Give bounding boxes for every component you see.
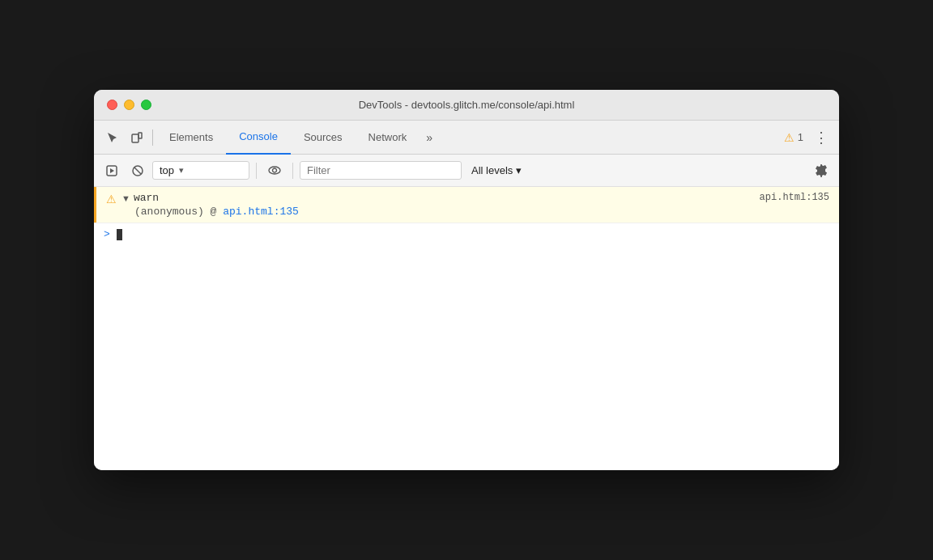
filter-input[interactable] <box>307 164 454 176</box>
cursor-tool-button[interactable] <box>100 125 125 150</box>
svg-rect-0 <box>132 134 138 142</box>
svg-line-5 <box>134 168 141 174</box>
console-settings-button[interactable] <box>810 159 833 182</box>
tab-sources[interactable]: Sources <box>291 121 356 155</box>
title-bar: DevTools - devtools.glitch.me/console/ap… <box>94 90 839 121</box>
warn-location[interactable]: api.html:135 <box>760 192 829 203</box>
tabs-bar: Elements Console Sources Network » ⚠ 1 ⋮ <box>94 121 839 155</box>
device-toggle-button[interactable] <box>125 125 149 150</box>
console-empty-area[interactable] <box>94 245 839 423</box>
tab-menu-button[interactable]: ⋮ <box>810 126 833 149</box>
warn-anon-text: (anonymous) @ <box>134 206 223 218</box>
console-input-row: > <box>94 223 839 245</box>
console-toolbar: top ▾ All levels ▾ <box>94 155 839 187</box>
warn-link[interactable]: api.html:135 <box>223 206 299 218</box>
warn-log-entry: ⚠ ▼ warn (anonymous) @ api.html:135 api.… <box>94 187 839 223</box>
svg-point-7 <box>273 168 277 172</box>
tab-console[interactable]: Console <box>226 121 291 155</box>
console-content: ⚠ ▼ warn (anonymous) @ api.html:135 api.… <box>94 187 839 470</box>
svg-marker-3 <box>110 168 114 173</box>
clear-console-button[interactable] <box>126 159 149 182</box>
minimize-button[interactable] <box>124 100 134 110</box>
run-script-button[interactable] <box>100 159 123 182</box>
window-title: DevTools - devtools.glitch.me/console/ap… <box>359 99 575 111</box>
warning-badge[interactable]: ⚠ 1 <box>784 131 803 144</box>
warn-triangle-icon: ⚠ <box>106 193 117 206</box>
toolbar-divider-1 <box>256 163 257 179</box>
levels-arrow-icon: ▾ <box>516 164 522 176</box>
svg-rect-1 <box>138 133 142 138</box>
context-arrow-icon: ▾ <box>179 165 184 176</box>
tab-more-button[interactable]: » <box>420 121 439 155</box>
close-button[interactable] <box>107 100 117 110</box>
warn-label: warn <box>134 192 159 204</box>
tab-elements[interactable]: Elements <box>156 121 226 155</box>
console-prompt[interactable]: > <box>104 228 110 240</box>
warn-expand-toggle[interactable]: ▼ <box>121 193 130 203</box>
console-cursor <box>117 229 122 240</box>
warn-stack-line: (anonymous) @ api.html:135 <box>121 206 299 218</box>
tab-divider-1 <box>152 129 153 146</box>
warn-left-content: ⚠ ▼ warn (anonymous) @ api.html:135 <box>106 192 299 218</box>
eye-button[interactable] <box>263 159 286 182</box>
warning-icon: ⚠ <box>784 131 795 144</box>
warn-content: ▼ warn (anonymous) @ api.html:135 <box>121 192 299 218</box>
tab-network[interactable]: Network <box>356 121 420 155</box>
toolbar-divider-2 <box>292 163 293 179</box>
maximize-button[interactable] <box>141 100 151 110</box>
filter-input-wrapper[interactable] <box>300 161 462 180</box>
devtools-window: DevTools - devtools.glitch.me/console/ap… <box>94 90 839 470</box>
context-selector[interactable]: top ▾ <box>152 161 249 180</box>
levels-selector[interactable]: All levels ▾ <box>465 161 528 180</box>
